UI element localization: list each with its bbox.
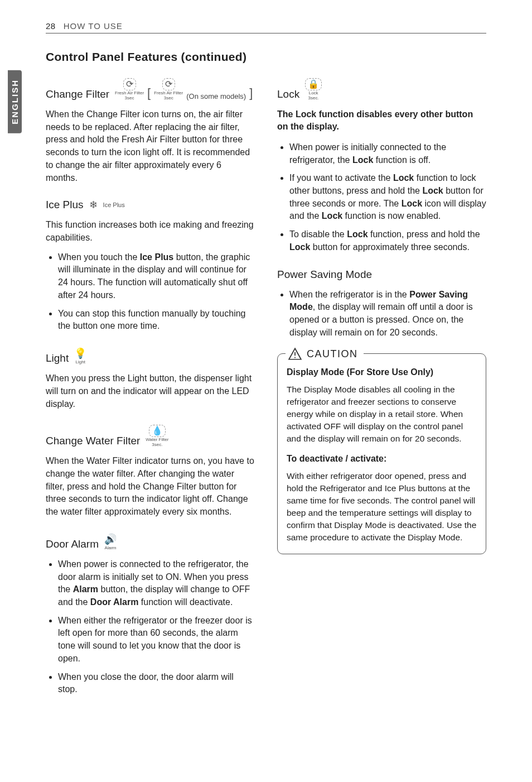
caution-body-1: The Display Mode disables all cooling in… xyxy=(287,383,477,445)
ice-plus-bullets: When you touch the Ice Plus button, the … xyxy=(46,251,255,333)
page-number: 28 xyxy=(46,21,56,31)
change-filter-body: When the Change Filter icon turns on, th… xyxy=(46,108,255,184)
power-saving-bullets: When the refrigerator is in the Power Sa… xyxy=(277,289,486,339)
light-heading: Light xyxy=(46,352,69,364)
lock-icon: 🔒 Lock 3sec. xyxy=(305,78,322,100)
power-saving-section: Power Saving Mode When the refrigerator … xyxy=(277,268,486,339)
language-tab: ENGLISH xyxy=(8,70,22,133)
change-water-filter-body: When the Water Filter indicator turns on… xyxy=(46,455,255,519)
list-item: When you touch the Ice Plus button, the … xyxy=(58,251,255,302)
left-column: Change Filter ⟳ Fresh Air Filter 3sec [ … xyxy=(46,78,255,711)
svg-point-1 xyxy=(294,357,296,358)
list-item: When power is initially connected to the… xyxy=(289,141,486,166)
lock-bullets: When power is initially connected to the… xyxy=(277,141,486,254)
change-water-filter-section: Change Water Filter 💧 Water Filter 3sec.… xyxy=(46,425,255,519)
ice-plus-icon: ❄ xyxy=(89,199,98,211)
list-item: To disable the Lock function, press and … xyxy=(289,228,486,253)
door-alarm-heading: Door Alarm xyxy=(46,538,99,550)
list-item: If you want to activate the Lock functio… xyxy=(289,172,486,223)
list-item: When the refrigerator is in the Power Sa… xyxy=(289,289,486,339)
list-item: When power is connected to the refrigera… xyxy=(58,558,255,609)
warning-triangle-icon xyxy=(288,347,302,361)
lock-heading: Lock xyxy=(277,88,299,100)
alarm-icon: 🔊 Alarm xyxy=(104,533,117,550)
fresh-air-filter-icon: ⟳ Fresh Air Filter 3sec xyxy=(115,78,144,100)
page-header: 28 HOW TO USE xyxy=(46,21,486,33)
list-item: When either the refrigerator or the free… xyxy=(58,615,255,665)
change-filter-icons: ⟳ Fresh Air Filter 3sec [ ⟳ Fresh Air Fi… xyxy=(115,78,253,100)
lock-intro: The Lock function disables every other b… xyxy=(277,108,486,133)
list-item: You can stop this function manually by t… xyxy=(58,308,255,333)
power-saving-heading: Power Saving Mode xyxy=(277,268,486,281)
change-filter-heading: Change Filter xyxy=(46,88,109,100)
caution-label: CAUTION xyxy=(307,347,358,362)
door-alarm-bullets: When power is connected to the refrigera… xyxy=(46,558,255,696)
change-filter-section: Change Filter ⟳ Fresh Air Filter 3sec [ … xyxy=(46,78,255,184)
caution-box: CAUTION Display Mode (For Store Use Only… xyxy=(277,353,486,554)
water-filter-icon: 💧 Water Filter 3sec. xyxy=(146,425,168,447)
ice-plus-body: This function increases both ice making … xyxy=(46,219,255,244)
right-column: Lock 🔒 Lock 3sec. The Lock function disa… xyxy=(277,78,486,711)
light-icon: 💡 Light xyxy=(74,347,86,364)
caution-body-2: With either refrigerator door opened, pr… xyxy=(287,470,477,544)
models-note: (On some models) xyxy=(186,93,246,100)
fresh-air-filter-icon-alt: ⟳ Fresh Air Filter 3sec xyxy=(154,78,183,100)
list-item: When you close the door, the door alarm … xyxy=(58,671,255,696)
section-name: HOW TO USE xyxy=(64,21,123,31)
ice-plus-heading: Ice Plus xyxy=(46,199,84,211)
ice-plus-icon-label: Ice Plus xyxy=(103,202,125,208)
page-title: Control Panel Features (continued) xyxy=(46,50,486,64)
light-section: Light 💡 Light When you press the Light b… xyxy=(46,347,255,410)
door-alarm-section: Door Alarm 🔊 Alarm When power is connect… xyxy=(46,533,255,696)
page-content: 28 HOW TO USE Control Panel Features (co… xyxy=(0,0,532,733)
caution-subhead-2: To deactivate / activate: xyxy=(287,453,477,466)
lock-section: Lock 🔒 Lock 3sec. The Lock function disa… xyxy=(277,78,486,254)
ice-plus-section: Ice Plus ❄ Ice Plus This function increa… xyxy=(46,199,255,333)
change-water-filter-heading: Change Water Filter xyxy=(46,435,140,447)
caution-header: CAUTION xyxy=(286,347,364,361)
caution-subhead-1: Display Mode (For Store Use Only) xyxy=(287,366,477,379)
light-body: When you press the Light button, the dis… xyxy=(46,372,255,410)
